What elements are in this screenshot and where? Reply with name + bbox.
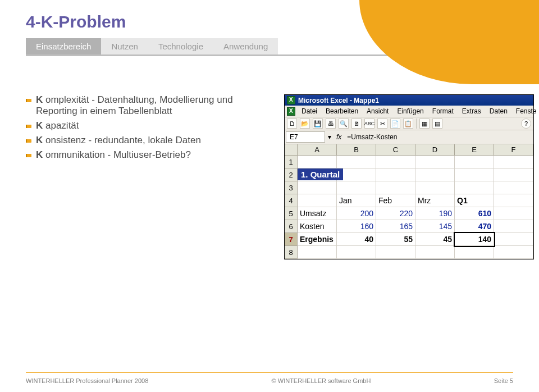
cell[interactable]: [494, 194, 533, 207]
cell[interactable]: 55: [376, 233, 415, 245]
print-icon[interactable]: 🖶: [326, 118, 336, 129]
menu-bearbeiten[interactable]: Bearbeiten: [322, 106, 362, 117]
footer-divider: [26, 372, 513, 373]
cell[interactable]: 160: [337, 220, 376, 233]
cell[interactable]: Mrz: [415, 194, 455, 207]
tab-anwendung[interactable]: Anwendung: [213, 38, 278, 54]
bullet-text: onsistenz - redundante, lokale Daten: [43, 135, 201, 145]
tab-einsatzbereich[interactable]: Einsatzbereich: [26, 38, 101, 54]
copy-icon[interactable]: 📄: [390, 118, 400, 129]
search-icon[interactable]: 🔍: [339, 118, 349, 129]
row-header[interactable]: 4: [285, 194, 298, 207]
cell[interactable]: Ergebnis: [298, 233, 337, 245]
excel-title-text: Microsoft Excel - Mappe1: [298, 97, 379, 104]
cell[interactable]: 140: [455, 233, 494, 245]
menu-extras[interactable]: Extras: [459, 106, 485, 117]
cell[interactable]: 610: [455, 207, 494, 220]
col-header[interactable]: E: [455, 144, 494, 155]
decorative-corner: [359, 0, 539, 84]
cell[interactable]: 40: [337, 233, 376, 245]
menu-daten[interactable]: Daten: [486, 106, 511, 117]
col-header[interactable]: A: [298, 144, 337, 155]
excel-menubar: Datei Bearbeiten Ansicht Einfügen Format…: [285, 106, 533, 117]
fx-label: fx: [333, 132, 345, 142]
paste-icon[interactable]: 📋: [403, 118, 413, 129]
menu-datei[interactable]: Datei: [298, 106, 321, 117]
col-header[interactable]: B: [337, 144, 376, 155]
column-headers: A B C D E F: [285, 144, 533, 156]
excel-app-icon: [287, 96, 295, 104]
menu-einfuegen[interactable]: Einfügen: [394, 106, 427, 117]
formula-bar: E7 ▾ fx =Umsatz-Kosten: [285, 130, 533, 144]
cell[interactable]: [298, 194, 337, 207]
menu-fenster[interactable]: Fenste: [513, 106, 539, 117]
bullet-k: K: [36, 120, 43, 131]
row-header[interactable]: 1: [285, 156, 298, 168]
row-header[interactable]: 5: [285, 207, 298, 220]
bullet-item: K onsistenz - redundante, lokale Daten: [26, 135, 262, 146]
cell[interactable]: 145: [415, 220, 455, 233]
cell[interactable]: 220: [376, 207, 415, 220]
cell[interactable]: Umsatz: [298, 207, 337, 220]
bullet-k: K: [36, 94, 43, 105]
excel-toolbar: 🗋 📂 💾 🖶 🔍 🗎 ABC ✂ 📄 📋 ▦ ▤ ?: [285, 117, 533, 130]
bullet-item: K ommunikation - Multiuser-Betrieb?: [26, 149, 262, 161]
excel-window: Microsoft Excel - Mappe1 Datei Bearbeite…: [284, 94, 534, 259]
row-header[interactable]: 3: [285, 181, 298, 194]
row-header[interactable]: 7: [285, 233, 298, 246]
cell[interactable]: Jan: [337, 194, 376, 207]
cell[interactable]: Q1: [455, 194, 494, 207]
open-icon[interactable]: 📂: [300, 118, 310, 129]
slide-footer: WINTERHELLER Professional Planner 2008 ©…: [0, 377, 539, 384]
cell[interactable]: 200: [337, 207, 376, 220]
bullet-k: K: [36, 135, 43, 145]
col-header[interactable]: C: [376, 144, 415, 155]
bullet-icon: [26, 154, 31, 157]
misc-icon[interactable]: ▤: [432, 118, 442, 129]
bullet-icon: [26, 99, 31, 102]
spellcheck-icon[interactable]: ABC: [364, 118, 374, 129]
preview-icon[interactable]: 🗎: [351, 118, 362, 129]
cut-icon[interactable]: ✂: [377, 118, 387, 129]
tab-technologie[interactable]: Technologie: [148, 38, 213, 54]
bullet-item: K apazität: [26, 120, 262, 131]
cell[interactable]: 190: [415, 207, 455, 220]
excel-doc-icon: [287, 107, 295, 116]
menu-format[interactable]: Format: [429, 106, 457, 117]
misc-icon[interactable]: ▦: [419, 118, 430, 129]
spreadsheet-grid: 1 2 3 4 5 6 7 8 1. Quartal Jan Fe: [285, 156, 533, 259]
bullet-text: omplexität - Datenhaltung, Modellierung …: [36, 94, 233, 116]
cell[interactable]: [494, 233, 533, 245]
help-icon[interactable]: ?: [521, 118, 531, 129]
new-icon[interactable]: 🗋: [287, 118, 297, 129]
bullet-icon: [26, 125, 31, 128]
row-header[interactable]: 8: [285, 246, 298, 259]
menu-ansicht[interactable]: Ansicht: [363, 106, 392, 117]
cell[interactable]: 165: [376, 220, 415, 233]
cell[interactable]: Kosten: [298, 220, 337, 233]
cell[interactable]: [494, 207, 533, 220]
save-icon[interactable]: 💾: [313, 118, 323, 129]
cell[interactable]: 45: [415, 233, 455, 245]
footer-center: © WINTERHELLER software GmbH: [272, 377, 371, 384]
formula-input[interactable]: =Umsatz-Kosten: [345, 132, 399, 142]
cell[interactable]: [494, 220, 533, 233]
bullet-item: K omplexität - Datenhaltung, Modellierun…: [26, 94, 262, 117]
col-header[interactable]: F: [494, 144, 533, 155]
row-header[interactable]: 2: [285, 168, 298, 181]
bullet-text: ommunikation - Multiuser-Betrieb?: [43, 149, 191, 160]
tab-nutzen[interactable]: Nutzen: [101, 38, 148, 54]
footer-left: WINTERHELLER Professional Planner 2008: [26, 377, 148, 384]
namebox[interactable]: E7: [286, 131, 325, 143]
col-header[interactable]: D: [415, 144, 455, 155]
excel-titlebar: Microsoft Excel - Mappe1: [285, 95, 533, 106]
bullet-text: apazität: [43, 120, 79, 131]
bullet-icon: [26, 139, 31, 143]
footer-right: Seite 5: [494, 377, 513, 384]
cell[interactable]: 470: [455, 220, 494, 233]
row-header[interactable]: 6: [285, 220, 298, 233]
bullet-k: K: [36, 149, 43, 160]
cell[interactable]: Feb: [376, 194, 415, 207]
quarter-title: 1. Quartal: [298, 168, 343, 180]
bullet-list: K omplexität - Datenhaltung, Modellierun…: [26, 94, 262, 164]
